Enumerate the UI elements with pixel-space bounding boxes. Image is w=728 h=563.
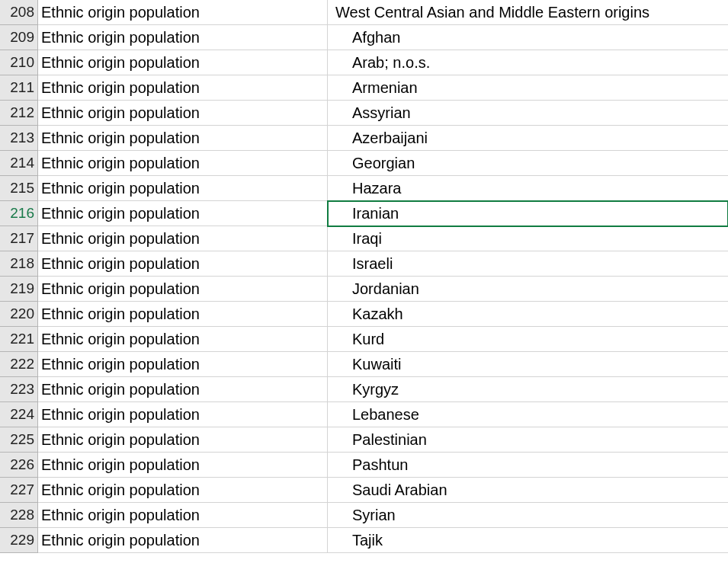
table-row[interactable]: 214Ethnic origin populationGeorgian	[0, 151, 728, 176]
cell-value[interactable]: Lebanese	[328, 402, 728, 427]
cell-category[interactable]: Ethnic origin population	[38, 302, 328, 327]
cell-category[interactable]: Ethnic origin population	[38, 251, 328, 277]
table-row[interactable]: 229Ethnic origin populationTajik	[0, 528, 728, 553]
cell-value[interactable]: Syrian	[328, 503, 728, 528]
table-row[interactable]: 221Ethnic origin populationKurd	[0, 327, 728, 352]
cell-category[interactable]: Ethnic origin population	[38, 75, 328, 101]
cell-value[interactable]: Assyrian	[328, 101, 728, 126]
row-header[interactable]: 216	[0, 201, 38, 226]
cell-value[interactable]: Saudi Arabian	[328, 478, 728, 503]
row-header[interactable]: 210	[0, 50, 38, 75]
table-row[interactable]: 217Ethnic origin populationIraqi	[0, 226, 728, 251]
cell-value-text: Kuwaiti	[335, 356, 401, 373]
cell-category[interactable]: Ethnic origin population	[38, 50, 328, 75]
table-row[interactable]: 220Ethnic origin populationKazakh	[0, 302, 728, 327]
cell-value-text: Palestinian	[335, 431, 427, 449]
cell-value[interactable]: Palestinian	[328, 427, 728, 453]
row-header[interactable]: 221	[0, 327, 38, 352]
cell-value-text: Pashtun	[335, 456, 408, 474]
table-row[interactable]: 228Ethnic origin populationSyrian	[0, 503, 728, 528]
cell-value-text: West Central Asian and Middle Eastern or…	[335, 4, 649, 21]
cell-value-text: Iranian	[335, 205, 399, 222]
cell-value[interactable]: Israeli	[328, 251, 728, 277]
cell-category[interactable]: Ethnic origin population	[38, 226, 328, 251]
cell-value[interactable]: West Central Asian and Middle Eastern or…	[328, 0, 728, 25]
spreadsheet-view[interactable]: 208Ethnic origin populationWest Central …	[0, 0, 728, 563]
row-header[interactable]: 222	[0, 352, 38, 377]
cell-value[interactable]: Kurd	[328, 327, 728, 352]
table-row[interactable]: 224Ethnic origin populationLebanese	[0, 402, 728, 427]
cell-value[interactable]: Tajik	[328, 528, 728, 553]
row-header[interactable]: 214	[0, 151, 38, 176]
cell-category[interactable]: Ethnic origin population	[38, 25, 328, 50]
cell-value[interactable]: Iraqi	[328, 226, 728, 251]
row-header[interactable]: 219	[0, 277, 38, 302]
cell-value-text: Azerbaijani	[335, 130, 428, 147]
table-row[interactable]: 226Ethnic origin populationPashtun	[0, 453, 728, 478]
table-row[interactable]: 222Ethnic origin populationKuwaiti	[0, 352, 728, 377]
cell-value[interactable]: Jordanian	[328, 277, 728, 302]
row-header[interactable]: 225	[0, 427, 38, 453]
cell-category[interactable]: Ethnic origin population	[38, 101, 328, 126]
table-row[interactable]: 209Ethnic origin populationAfghan	[0, 25, 728, 50]
cell-value[interactable]: Georgian	[328, 151, 728, 176]
cell-value[interactable]: Afghan	[328, 25, 728, 50]
row-header[interactable]: 229	[0, 528, 38, 553]
row-header[interactable]: 227	[0, 478, 38, 503]
cell-category[interactable]: Ethnic origin population	[38, 176, 328, 201]
row-header[interactable]: 223	[0, 377, 38, 402]
cell-value[interactable]: Kyrgyz	[328, 377, 728, 402]
cell-category[interactable]: Ethnic origin population	[38, 0, 328, 25]
row-header[interactable]: 212	[0, 101, 38, 126]
cell-value[interactable]: Kazakh	[328, 302, 728, 327]
table-row[interactable]: 227Ethnic origin populationSaudi Arabian	[0, 478, 728, 503]
table-row[interactable]: 208Ethnic origin populationWest Central …	[0, 0, 728, 25]
table-row[interactable]: 210Ethnic origin populationArab; n.o.s.	[0, 50, 728, 75]
cell-category[interactable]: Ethnic origin population	[38, 402, 328, 427]
table-row[interactable]: 216Ethnic origin populationIranian	[0, 201, 728, 226]
cell-category[interactable]: Ethnic origin population	[38, 277, 328, 302]
table-row[interactable]: 215Ethnic origin populationHazara	[0, 176, 728, 201]
row-header[interactable]: 209	[0, 25, 38, 50]
row-header[interactable]: 217	[0, 226, 38, 251]
cell-category[interactable]: Ethnic origin population	[38, 478, 328, 503]
row-header[interactable]: 218	[0, 251, 38, 277]
table-row[interactable]: 225Ethnic origin populationPalestinian	[0, 427, 728, 453]
cell-category[interactable]: Ethnic origin population	[38, 453, 328, 478]
cell-value[interactable]: Arab; n.o.s.	[328, 50, 728, 75]
row-header[interactable]: 228	[0, 503, 38, 528]
cell-value[interactable]: Kuwaiti	[328, 352, 728, 377]
row-header[interactable]: 220	[0, 302, 38, 327]
table-row[interactable]: 213Ethnic origin populationAzerbaijani	[0, 126, 728, 151]
cell-value[interactable]: Hazara	[328, 176, 728, 201]
cell-category[interactable]: Ethnic origin population	[38, 503, 328, 528]
cell-category[interactable]: Ethnic origin population	[38, 377, 328, 402]
table-row[interactable]: 223Ethnic origin populationKyrgyz	[0, 377, 728, 402]
cell-category[interactable]: Ethnic origin population	[38, 201, 328, 226]
cell-value-text: Assyrian	[335, 104, 411, 122]
row-header[interactable]: 208	[0, 0, 38, 25]
table-row[interactable]: 219Ethnic origin populationJordanian	[0, 277, 728, 302]
table-row[interactable]: 211Ethnic origin populationArmenian	[0, 75, 728, 101]
cell-value[interactable]: Azerbaijani	[328, 126, 728, 151]
cell-value-text: Kyrgyz	[335, 381, 399, 398]
row-header[interactable]: 226	[0, 453, 38, 478]
cell-category[interactable]: Ethnic origin population	[38, 126, 328, 151]
cell-value[interactable]: Pashtun	[328, 453, 728, 478]
cell-value-text: Afghan	[335, 29, 400, 46]
cell-category[interactable]: Ethnic origin population	[38, 327, 328, 352]
cell-category[interactable]: Ethnic origin population	[38, 151, 328, 176]
cell-category[interactable]: Ethnic origin population	[38, 528, 328, 553]
cell-value[interactable]: Iranian	[328, 201, 728, 226]
row-header[interactable]: 213	[0, 126, 38, 151]
cell-value-text: Syrian	[335, 507, 396, 524]
row-header[interactable]: 215	[0, 176, 38, 201]
cell-value-text: Hazara	[335, 180, 401, 197]
cell-category[interactable]: Ethnic origin population	[38, 352, 328, 377]
cell-value[interactable]: Armenian	[328, 75, 728, 101]
cell-category[interactable]: Ethnic origin population	[38, 427, 328, 453]
row-header[interactable]: 224	[0, 402, 38, 427]
table-row[interactable]: 218Ethnic origin populationIsraeli	[0, 251, 728, 277]
table-row[interactable]: 212Ethnic origin populationAssyrian	[0, 101, 728, 126]
row-header[interactable]: 211	[0, 75, 38, 101]
